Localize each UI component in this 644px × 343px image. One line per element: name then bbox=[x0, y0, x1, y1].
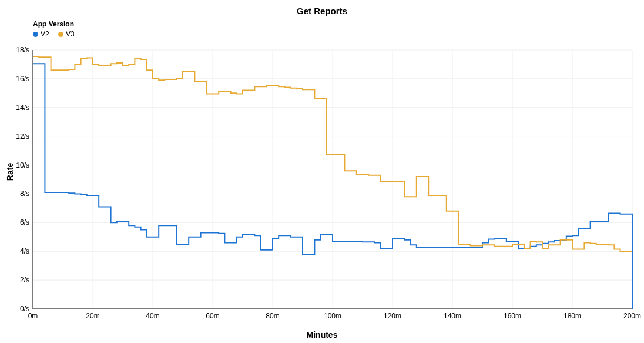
svg-text:6/s: 6/s bbox=[20, 218, 29, 227]
svg-text:14/s: 14/s bbox=[16, 104, 29, 112]
legend-label: V2 bbox=[41, 30, 49, 38]
legend-item-v3[interactable]: V3 bbox=[58, 30, 75, 38]
y-axis-label: Rate bbox=[5, 162, 15, 180]
legend-dot-icon bbox=[58, 32, 63, 37]
legend: App Version V2 V3 bbox=[33, 20, 82, 39]
legend-items: V2 V3 bbox=[33, 30, 82, 39]
plot-area: 0/s2/s4/s6/s8/s10/s12/s14/s16/s18/s0m20m… bbox=[33, 50, 632, 309]
svg-text:120m: 120m bbox=[384, 312, 401, 320]
svg-text:18/s: 18/s bbox=[16, 46, 29, 54]
legend-title: App Version bbox=[33, 20, 82, 28]
svg-text:60m: 60m bbox=[206, 312, 219, 320]
chart-svg: 0/s2/s4/s6/s8/s10/s12/s14/s16/s18/s0m20m… bbox=[33, 50, 632, 309]
svg-text:100m: 100m bbox=[324, 312, 341, 320]
chart-title: Get Reports bbox=[0, 6, 644, 16]
legend-item-v2[interactable]: V2 bbox=[33, 30, 49, 38]
svg-text:4/s: 4/s bbox=[20, 247, 29, 255]
svg-text:40m: 40m bbox=[146, 312, 159, 320]
svg-text:10/s: 10/s bbox=[16, 161, 29, 169]
svg-text:200m: 200m bbox=[623, 312, 641, 320]
svg-text:8/s: 8/s bbox=[20, 189, 29, 198]
chart-container: Get Reports App Version V2 V3 Rate 0/s2/… bbox=[0, 0, 644, 343]
svg-text:180m: 180m bbox=[564, 312, 581, 320]
svg-text:80m: 80m bbox=[266, 312, 279, 320]
x-axis-label: Minutes bbox=[0, 330, 644, 339]
svg-text:2/s: 2/s bbox=[20, 276, 29, 284]
svg-text:16/s: 16/s bbox=[16, 75, 29, 83]
legend-dot-icon bbox=[33, 32, 38, 37]
legend-label: V3 bbox=[66, 30, 75, 38]
svg-text:12/s: 12/s bbox=[16, 132, 29, 141]
svg-text:20m: 20m bbox=[86, 312, 99, 320]
svg-text:0m: 0m bbox=[28, 312, 38, 320]
svg-text:140m: 140m bbox=[444, 312, 461, 320]
svg-text:160m: 160m bbox=[504, 312, 521, 320]
